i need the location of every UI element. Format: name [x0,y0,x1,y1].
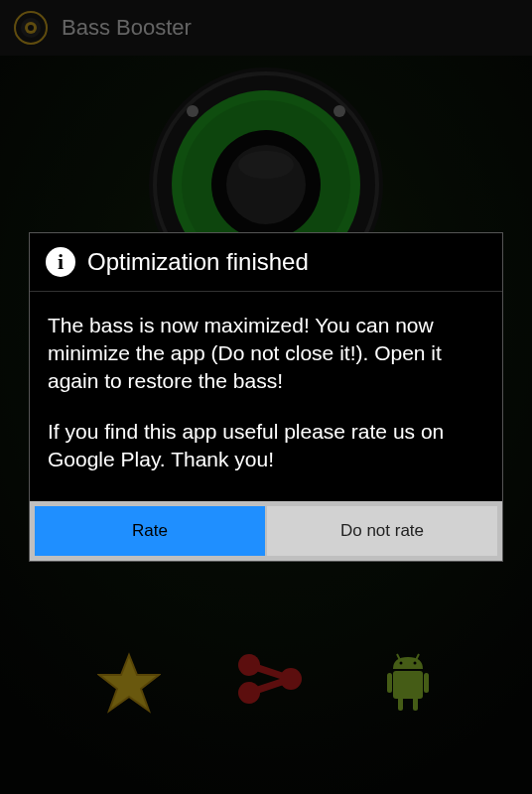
dialog-title: Optimization finished [87,248,309,276]
do-not-rate-button[interactable]: Do not rate [267,506,497,556]
dialog-header: i Optimization finished [30,233,502,292]
modal-overlay: i Optimization finished The bass is now … [0,0,532,794]
info-icon: i [46,247,75,277]
dialog-message-1: The bass is now maximized! You can now m… [48,312,484,396]
rate-button[interactable]: Rate [35,506,265,556]
dialog-button-row: Rate Do not rate [30,501,502,561]
dialog-message-2: If you find this app useful please rate … [48,418,484,474]
dialog-body: The bass is now maximized! You can now m… [30,292,502,502]
optimization-dialog: i Optimization finished The bass is now … [29,232,503,563]
